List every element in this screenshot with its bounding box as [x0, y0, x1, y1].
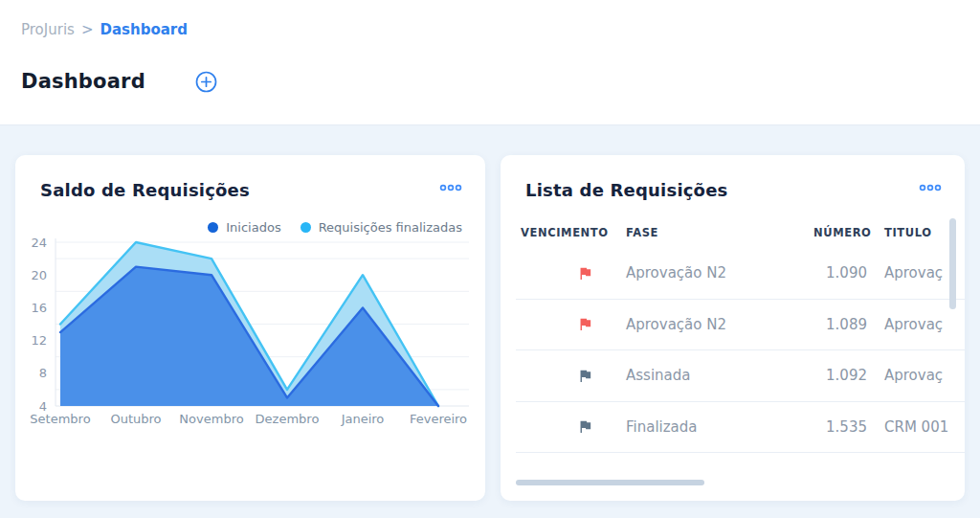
table-row[interactable]: Aprovação N21.090Aprovaç — [516, 248, 965, 300]
chart-legend: IniciadosRequisições finalizadas — [208, 220, 462, 235]
table-row[interactable]: Aprovação N21.089Aprovaç — [516, 300, 965, 351]
kebab-menu-icon — [919, 180, 942, 194]
legend-item[interactable]: Requisições finalizadas — [301, 220, 462, 235]
x-tick-label: Outubro — [110, 412, 161, 426]
cell-vencimento — [521, 316, 626, 332]
breadcrumb-separator-icon: > — [81, 21, 94, 38]
chart-card-title: Saldo de Requisições — [40, 180, 250, 200]
breadcrumb-root[interactable]: ProJuris — [21, 21, 75, 38]
table-body: Aprovação N21.090AprovaçAprovação N21.08… — [501, 248, 965, 453]
y-tick-label: 12 — [31, 333, 47, 348]
add-dashboard-button[interactable] — [195, 71, 217, 93]
table-card-menu-button[interactable] — [917, 180, 944, 195]
y-tick-label: 8 — [39, 366, 47, 380]
title-row: Dashboard — [21, 70, 980, 93]
cell-vencimento — [521, 418, 626, 435]
table-row[interactable]: Assinada1.092Aprovaç — [516, 350, 965, 402]
column-header-fase[interactable]: FASE — [626, 226, 813, 239]
column-header-vencimento[interactable]: VENCIMENTO — [521, 226, 626, 239]
vertical-scrollbar[interactable] — [949, 218, 956, 309]
page-title: Dashboard — [21, 70, 145, 93]
column-header-numero[interactable]: NÚMERO — [813, 226, 867, 239]
content: Saldo de Requisições IniciadosRequisiçõe… — [0, 125, 980, 501]
cell-numero: 1.089 — [813, 316, 867, 333]
table-header-row: VENCIMENTO FASE NÚMERO TITULO — [501, 226, 965, 239]
flag-icon — [577, 368, 593, 384]
chart-card-menu-button[interactable] — [437, 180, 464, 195]
legend-label: Iniciados — [226, 220, 280, 235]
flag-icon — [577, 265, 593, 282]
breadcrumb: ProJuris > Dashboard — [21, 21, 980, 38]
legend-label: Requisições finalizadas — [319, 220, 462, 235]
requests-area-chart: 2420161284SetembroOutubroNovembroDezembr… — [15, 236, 485, 439]
cell-fase: Finalizada — [626, 418, 813, 436]
legend-item[interactable]: Iniciados — [208, 220, 280, 235]
table-row[interactable]: Finalizada1.535CRM 001 — [516, 402, 965, 454]
x-tick-label: Janeiro — [341, 412, 385, 426]
cell-fase: Assinada — [626, 367, 813, 384]
cell-titulo: CRM 001 — [867, 418, 965, 436]
cell-titulo: Aprovaç — [867, 316, 965, 333]
page-header: ProJuris > Dashboard Dashboard — [0, 0, 980, 125]
y-tick-label: 20 — [31, 268, 47, 282]
x-tick-label: Novembro — [179, 412, 243, 426]
cell-numero: 1.092 — [813, 367, 867, 384]
x-tick-label: Setembro — [30, 412, 90, 426]
cell-numero: 1.090 — [813, 264, 867, 282]
table-card-title: Lista de Requisições — [525, 180, 728, 200]
cell-vencimento — [521, 368, 626, 384]
legend-dot-icon — [301, 222, 311, 233]
cell-numero: 1.535 — [813, 418, 867, 436]
plus-circle-icon — [195, 81, 217, 96]
y-tick-label: 16 — [31, 301, 47, 315]
flag-icon — [577, 316, 593, 332]
cell-fase: Aprovação N2 — [626, 264, 813, 282]
x-tick-label: Dezembro — [256, 412, 320, 426]
kebab-menu-icon — [439, 180, 462, 194]
cell-titulo: Aprovaç — [867, 367, 965, 384]
cell-fase: Aprovação N2 — [626, 316, 813, 333]
y-tick-label: 24 — [31, 236, 47, 250]
cell-vencimento — [521, 265, 626, 282]
breadcrumb-current[interactable]: Dashboard — [100, 21, 187, 38]
flag-icon — [577, 418, 593, 435]
table-card: Lista de Requisições VENCIMENTO FASE NÚM… — [501, 155, 965, 501]
legend-dot-icon — [208, 222, 218, 233]
x-tick-label: Fevereiro — [410, 412, 467, 426]
chart-card: Saldo de Requisições IniciadosRequisiçõe… — [15, 155, 485, 501]
horizontal-scrollbar[interactable] — [516, 480, 704, 485]
